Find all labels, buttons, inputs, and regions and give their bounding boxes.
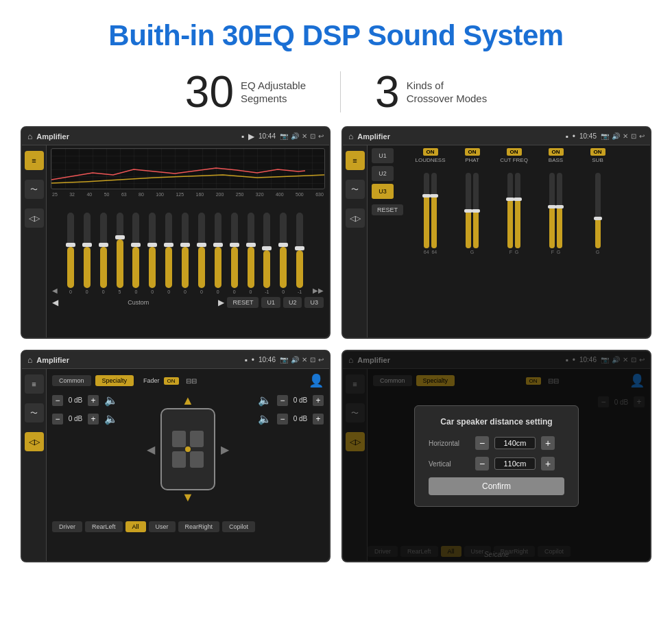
crossover-reset-btn[interactable]: RESET	[372, 204, 403, 215]
fr-minus[interactable]: −	[277, 395, 288, 406]
zone-user[interactable]: User	[149, 521, 176, 532]
zone-driver[interactable]: Driver	[52, 521, 82, 532]
channel-loudness: ON LOUDNESS 64 64	[411, 148, 449, 335]
fl-plus[interactable]: +	[88, 395, 99, 406]
bass-slider2[interactable]	[557, 173, 562, 248]
eq-slider-9[interactable]: 0	[215, 213, 221, 294]
u3-channel-btn[interactable]: U3	[372, 184, 394, 199]
eq-mode-btn[interactable]: ≡	[25, 151, 44, 170]
save-icon[interactable]: ▪	[241, 132, 244, 141]
zone-all[interactable]: All	[125, 521, 146, 532]
vol-btn[interactable]: ◁▷	[25, 208, 44, 228]
u2-btn[interactable]: U2	[283, 297, 302, 308]
rear-left-db: − 0 dB + 🔈	[52, 412, 121, 425]
horizontal-minus[interactable]: −	[475, 436, 489, 450]
car-up-arrow[interactable]: ▲	[182, 394, 194, 408]
home-icon3[interactable]: ⌂	[27, 355, 32, 365]
u3-btn[interactable]: U3	[304, 297, 324, 308]
eq-slider-1[interactable]: 0	[84, 213, 91, 294]
vertical-plus[interactable]: +	[541, 457, 555, 470]
eq-slider-3[interactable]: 5	[117, 213, 123, 294]
back-icon3[interactable]: ↩	[318, 356, 324, 363]
loudness-on[interactable]: ON	[423, 148, 438, 156]
car-left-arrow[interactable]: ◀	[147, 443, 155, 456]
wave-btn[interactable]: 〜	[25, 180, 44, 199]
car-down-arrow[interactable]: ▼	[182, 490, 194, 505]
save-icon2[interactable]: ▪	[566, 132, 568, 141]
left-arrow[interactable]: ◀	[52, 287, 58, 294]
fader-on[interactable]: ON	[164, 377, 179, 385]
cutfreq-slider2[interactable]	[515, 173, 520, 248]
vol-btn3[interactable]: ◁▷	[25, 432, 44, 451]
bass-on[interactable]: ON	[549, 148, 564, 156]
car-right-arrow[interactable]: ▶	[221, 443, 229, 456]
eq-slider-11[interactable]: 0	[248, 213, 254, 294]
play-icon[interactable]: ▶	[248, 132, 254, 141]
rl-plus[interactable]: +	[88, 414, 99, 425]
back-icon[interactable]: ↩	[318, 132, 324, 140]
page-header: Buith-in 30EQ DSP Sound System	[0, 0, 672, 63]
horizontal-plus[interactable]: +	[541, 436, 555, 450]
fullscreen-icon2[interactable]: ⊡	[631, 132, 636, 140]
confirm-button[interactable]: Confirm	[429, 477, 564, 495]
zone-rearleft[interactable]: RearLeft	[85, 521, 123, 532]
zone-rearright[interactable]: RearRight	[178, 521, 220, 532]
eq-mode-btn2[interactable]: ≡	[346, 151, 365, 170]
prev-btn[interactable]: ◀	[52, 298, 58, 307]
wave-btn2[interactable]: 〜	[346, 180, 365, 199]
camera-icon3: 📷	[280, 356, 288, 363]
eq-slider-5[interactable]: 0	[149, 213, 156, 294]
eq-slider-10[interactable]: 0	[231, 213, 238, 294]
phat-slider2[interactable]	[473, 173, 479, 248]
fr-plus[interactable]: +	[313, 395, 324, 406]
speaker-top-bar: Common Specialty Fader ON ⊟⊟ 👤	[52, 373, 324, 388]
eq-slider-8[interactable]: 0	[198, 213, 205, 294]
loudness-slider[interactable]	[424, 173, 429, 248]
vertical-minus[interactable]: −	[475, 457, 489, 470]
vol-btn2[interactable]: ◁▷	[346, 208, 365, 228]
fullscreen-icon3[interactable]: ⊡	[310, 356, 315, 363]
u1-btn[interactable]: U1	[261, 297, 280, 308]
phat-slider[interactable]	[466, 173, 471, 248]
zone-copilot[interactable]: Copilot	[222, 521, 255, 532]
common-btn[interactable]: Common	[52, 375, 91, 386]
eq-mode-btn3[interactable]: ≡	[25, 374, 44, 394]
eq-slider-13[interactable]: 0	[280, 213, 287, 294]
eq-slider-14[interactable]: -1	[296, 213, 303, 294]
eq-slider-12[interactable]: -1	[263, 213, 270, 294]
eq-slider-4[interactable]: 0	[132, 213, 139, 294]
loudness-slider2[interactable]	[431, 173, 437, 248]
close-icon[interactable]: ✕	[302, 132, 307, 140]
next-btn[interactable]: ▶	[218, 298, 224, 307]
eq-slider-6[interactable]: 0	[165, 213, 172, 294]
reset-btn[interactable]: RESET	[227, 297, 259, 308]
crossover-label: Kinds of Crossover Modes	[407, 79, 488, 106]
right-arrow[interactable]: ▶▶	[313, 287, 324, 294]
sub-on[interactable]: ON	[590, 148, 605, 156]
rr-plus[interactable]: +	[313, 414, 324, 425]
close-icon3[interactable]: ✕	[302, 356, 307, 363]
save-icon3[interactable]: ▪	[245, 355, 248, 365]
specialty-btn[interactable]: Specialty	[95, 375, 134, 386]
fullscreen-icon[interactable]: ⊡	[310, 132, 315, 140]
home-icon2[interactable]: ⌂	[348, 132, 353, 141]
fader-slider-icon[interactable]: ⊟⊟	[186, 377, 197, 385]
cutfreq-slider[interactable]	[507, 173, 513, 248]
sub-slider[interactable]	[595, 173, 601, 248]
close-icon2[interactable]: ✕	[623, 132, 628, 140]
cutfreq-on[interactable]: ON	[507, 148, 522, 156]
rr-minus[interactable]: −	[277, 414, 288, 425]
home-icon[interactable]: ⌂	[27, 132, 32, 141]
eq-slider-2[interactable]: 0	[100, 213, 107, 294]
fl-minus[interactable]: −	[52, 395, 63, 406]
eq-number: 30	[185, 70, 234, 114]
phat-on[interactable]: ON	[465, 148, 480, 156]
u2-channel-btn[interactable]: U2	[372, 166, 394, 181]
bass-slider[interactable]	[549, 173, 555, 248]
u1-channel-btn[interactable]: U1	[372, 148, 394, 163]
wave-btn3[interactable]: 〜	[25, 403, 44, 422]
eq-slider-7[interactable]: 0	[182, 213, 189, 294]
back-icon2[interactable]: ↩	[639, 132, 645, 140]
rl-minus[interactable]: −	[52, 414, 63, 425]
eq-slider-0[interactable]: 0	[67, 213, 74, 294]
